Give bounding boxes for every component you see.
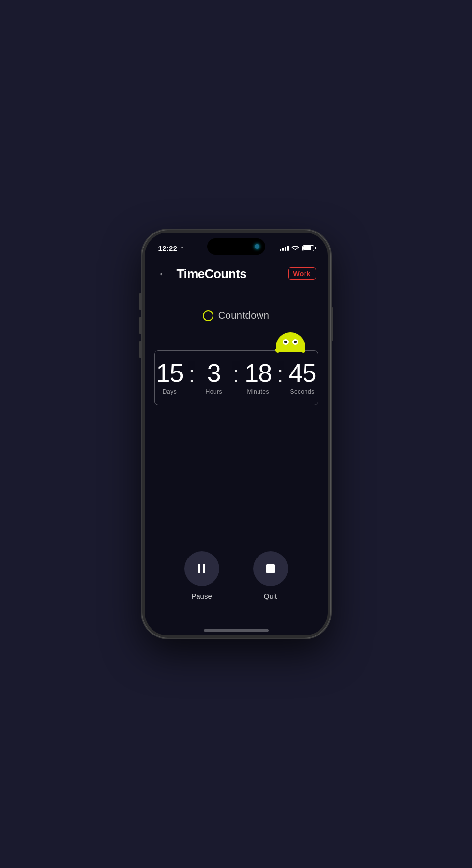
signal-icon (280, 245, 289, 251)
minutes-unit: 18 Minutes (241, 360, 275, 395)
phone-screen: 12:22 ↑ (145, 232, 328, 636)
mascot-left-eye (283, 339, 289, 345)
quit-label: Quit (264, 592, 277, 600)
seconds-unit: 45 Seconds (286, 360, 320, 395)
days-label: Days (163, 388, 177, 395)
pause-icon (198, 564, 205, 574)
status-time: 12:22 ↑ (158, 244, 183, 252)
app-header: ← TimeCounts Work (145, 260, 328, 286)
main-content: Countdown (145, 286, 328, 629)
hours-value: 3 (207, 360, 221, 386)
pause-group: Pause (184, 551, 219, 600)
mascot-right-eye (292, 339, 298, 345)
pause-label: Pause (191, 592, 212, 600)
app-title: TimeCounts (177, 266, 288, 281)
quit-button[interactable] (253, 551, 288, 586)
quit-group: Quit (253, 551, 288, 600)
status-icons (280, 245, 314, 252)
countdown-circle-icon (203, 310, 213, 321)
seconds-label: Seconds (290, 388, 314, 395)
phone-frame: 12:22 ↑ (142, 230, 331, 638)
pause-button[interactable] (184, 551, 219, 586)
minutes-value: 18 (244, 360, 272, 386)
days-value: 15 (156, 360, 183, 386)
countdown-label-row: Countdown (203, 310, 270, 321)
home-indicator (204, 629, 269, 632)
days-unit: 15 Days (152, 360, 186, 395)
seconds-value: 45 (289, 360, 316, 386)
separator-2: : (233, 363, 239, 393)
mascot-character (274, 325, 307, 352)
hours-label: Hours (206, 388, 223, 395)
battery-icon (302, 245, 314, 251)
timer-area: 15 Days : 3 Hours : 18 Minutes : (154, 350, 318, 405)
separator-3: : (277, 363, 283, 393)
dynamic-island (207, 238, 265, 255)
back-button[interactable]: ← (156, 265, 171, 282)
work-badge[interactable]: Work (288, 267, 316, 280)
controls-row: Pause Quit (184, 551, 288, 605)
minutes-label: Minutes (247, 388, 269, 395)
hours-unit: 3 Hours (197, 360, 231, 395)
camera-dot (255, 244, 259, 249)
mascot-hands (274, 349, 307, 353)
stop-icon (266, 564, 275, 573)
location-icon: ↑ (180, 245, 183, 251)
timer-display-box: 15 Days : 3 Hours : 18 Minutes : (154, 350, 318, 405)
separator-1: : (188, 363, 195, 393)
countdown-label: Countdown (218, 310, 270, 321)
wifi-icon (291, 245, 299, 252)
time-display: 12:22 (158, 244, 178, 252)
